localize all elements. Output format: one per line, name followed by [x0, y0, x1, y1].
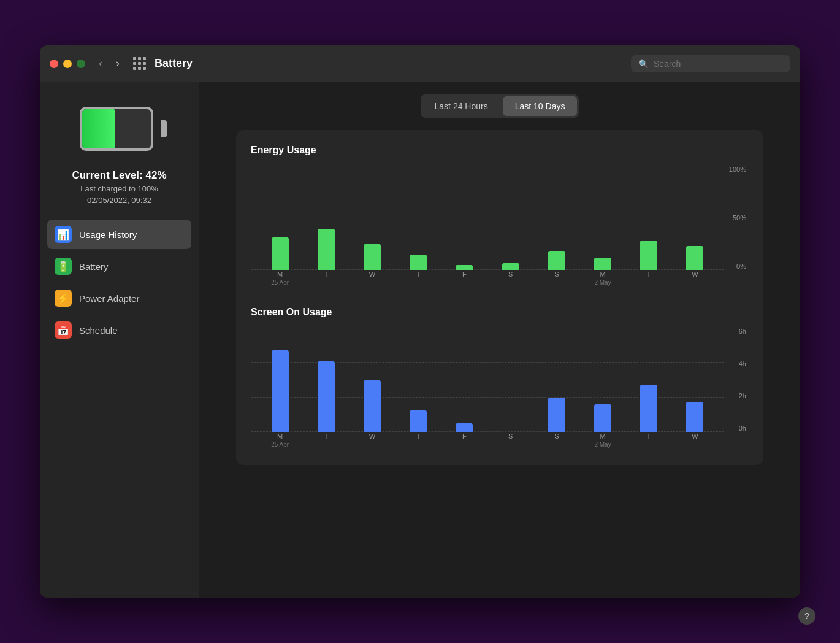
nav-buttons: ‹ ›: [95, 56, 123, 71]
energy-bar[interactable]: [364, 244, 381, 270]
sidebar-label-schedule: Schedule: [79, 325, 118, 336]
energy-bar[interactable]: [410, 255, 427, 270]
close-button[interactable]: [50, 60, 58, 68]
x-day-label: S: [554, 270, 559, 279]
sidebar-item-battery[interactable]: 🔋 Battery: [47, 252, 191, 281]
x-label-group: T: [395, 270, 441, 288]
x-label-group: T: [626, 270, 672, 288]
grid-dot: [143, 57, 146, 60]
x-date-label: 25 Apr: [271, 441, 289, 448]
y-label-50: 50%: [733, 214, 746, 221]
sidebar-label-usage-history: Usage History: [79, 229, 137, 240]
grid-dot: [138, 62, 141, 65]
screen-chart-title: Screen On Usage: [251, 307, 749, 318]
x-label-group: T: [303, 432, 349, 450]
energy-y-axis: 100% 50% 0%: [724, 166, 749, 270]
x-label-group: M25 Apr: [257, 270, 303, 288]
screen-bar[interactable]: [318, 361, 335, 432]
x-day-label: T: [324, 270, 328, 279]
energy-bar-group: [257, 237, 303, 270]
x-day-label: W: [692, 432, 698, 441]
energy-bar[interactable]: [456, 265, 473, 270]
energy-bar[interactable]: [548, 251, 565, 270]
energy-bar[interactable]: [502, 263, 519, 270]
sidebar-item-power-adapter[interactable]: ⚡ Power Adapter: [47, 283, 191, 313]
y-label-4h: 4h: [739, 360, 746, 368]
battery-date: 02/05/2022, 09:32: [72, 196, 167, 205]
x-label-group: M25 Apr: [257, 432, 303, 450]
battery-fill: [82, 109, 115, 148]
x-day-label: S: [554, 432, 559, 441]
main-window: ‹ › Battery 🔍: [40, 45, 800, 598]
battery-nav-icon: 🔋: [55, 258, 72, 275]
window-title: Battery: [155, 57, 193, 70]
x-date-label: 2 May: [594, 279, 611, 286]
back-button[interactable]: ‹: [95, 56, 106, 71]
grid-dot: [133, 67, 136, 70]
x-day-label: T: [416, 270, 421, 279]
x-day-label: T: [647, 432, 651, 441]
x-label-group: T: [395, 432, 441, 450]
x-day-label: S: [508, 270, 513, 279]
x-day-label: S: [508, 432, 513, 441]
tab-last-10d[interactable]: Last 10 Days: [503, 96, 578, 116]
search-box[interactable]: 🔍: [631, 55, 790, 72]
sidebar-item-usage-history[interactable]: 📊 Usage History: [47, 220, 191, 249]
sidebar-label-battery: Battery: [79, 261, 109, 272]
sidebar-nav: 📊 Usage History 🔋 Battery ⚡ Power Adapte…: [47, 220, 191, 345]
energy-bar[interactable]: [686, 246, 703, 270]
screen-bar[interactable]: [456, 423, 473, 432]
tab-last-24h[interactable]: Last 24 Hours: [422, 96, 500, 116]
screen-bar[interactable]: [410, 410, 427, 432]
chart-container: Energy Usage 100% 50% 0%: [236, 130, 763, 465]
x-day-label: F: [462, 432, 467, 441]
battery-icon-container: [80, 107, 159, 151]
battery-info: Current Level: 42% Last charged to 100% …: [72, 169, 167, 205]
screen-bar[interactable]: [272, 350, 289, 432]
screen-bar[interactable]: [640, 385, 657, 432]
x-label-group: T: [626, 432, 672, 450]
battery-level: Current Level: 42%: [72, 169, 167, 182]
tab-bar: Last 24 Hours Last 10 Days: [421, 94, 579, 118]
energy-bar-group: [579, 258, 625, 270]
x-label-group: S: [533, 270, 579, 288]
maximize-button[interactable]: [77, 60, 85, 68]
grid-dot: [143, 67, 146, 70]
power-adapter-icon: ⚡: [55, 290, 72, 307]
energy-bar[interactable]: [640, 241, 657, 270]
x-label-group: S: [533, 432, 579, 450]
minimize-button[interactable]: [63, 60, 72, 68]
x-label-group: W: [672, 432, 718, 450]
screen-bar[interactable]: [594, 404, 611, 432]
screen-x-labels: M25 AprTWTFSSM2 MayTW: [251, 432, 724, 450]
energy-bar[interactable]: [272, 237, 289, 270]
energy-bar-group: [487, 263, 533, 270]
energy-bar[interactable]: [594, 258, 611, 270]
energy-bar[interactable]: [318, 229, 335, 270]
energy-x-labels: M25 AprTWTFSSM2 MayTW: [251, 270, 724, 288]
search-input[interactable]: [654, 59, 783, 69]
screen-bar-group: [672, 402, 718, 432]
forward-button[interactable]: ›: [112, 56, 123, 71]
screen-bar[interactable]: [548, 398, 565, 432]
x-day-label: T: [324, 432, 328, 441]
schedule-icon: 📅: [55, 322, 72, 339]
grid-dot: [143, 62, 146, 65]
energy-bar-group: [672, 246, 718, 270]
energy-chart-title: Energy Usage: [251, 145, 749, 156]
screen-bar[interactable]: [364, 380, 381, 432]
x-day-label: M: [277, 432, 283, 441]
battery-body: [80, 107, 153, 151]
grid-icon[interactable]: [133, 57, 146, 70]
screen-bar-group: [579, 404, 625, 432]
screen-bar[interactable]: [686, 402, 703, 432]
energy-bar-group: [349, 244, 395, 270]
screen-y-axis: 6h 4h 2h 0h: [724, 328, 749, 432]
x-label-group: W: [672, 270, 718, 288]
energy-bar-group: [533, 251, 579, 270]
help-button[interactable]: ?: [798, 607, 815, 625]
sidebar-item-schedule[interactable]: 📅 Schedule: [47, 315, 191, 345]
battery-charged: Last charged to 100%: [72, 184, 167, 193]
x-day-label: M: [600, 432, 605, 441]
x-day-label: M: [600, 270, 605, 279]
